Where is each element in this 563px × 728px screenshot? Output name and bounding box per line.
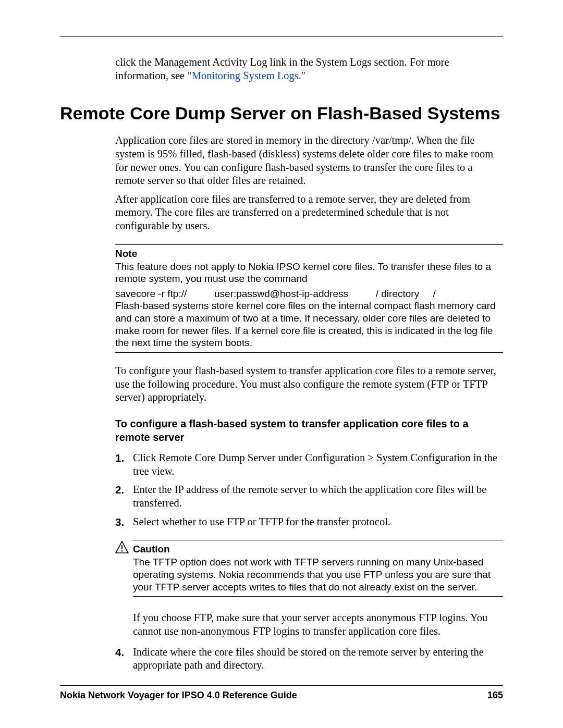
caution-content: Caution The TFTP option does not work wi…	[133, 540, 503, 600]
step-4: 4. Indicate where the core files should …	[115, 646, 503, 672]
caution-block: Caution The TFTP option does not work wi…	[115, 540, 503, 600]
step-2: 2. Enter the IP address of the remote se…	[115, 483, 503, 510]
paragraph-1: Application core files are stored in mem…	[115, 134, 503, 188]
step-3: 3. Select whether to use FTP or TFTP for…	[115, 515, 503, 529]
caution-bottom-rule	[133, 596, 503, 597]
section-heading: Remote Core Dump Server on Flash-Based S…	[60, 103, 503, 124]
step-number: 2.	[115, 483, 133, 510]
footer-title: Nokia Network Voyager for IPSO 4.0 Refer…	[60, 690, 297, 701]
caution-top-rule	[133, 540, 503, 540]
step-text: Select whether to use FTP or TFTP for th…	[133, 515, 390, 529]
note-top-rule	[115, 244, 503, 245]
intro-paragraph: click the Management Activity Log link i…	[115, 56, 503, 82]
page-footer: Nokia Network Voyager for IPSO 4.0 Refer…	[60, 685, 503, 701]
note-body-1: This feature does not apply to Nokia IPS…	[115, 261, 503, 286]
caution-body: The TFTP option does not work with TFTP …	[133, 556, 503, 593]
section-body: Application core files are stored in mem…	[115, 134, 503, 672]
note-label: Note	[115, 248, 503, 260]
paragraph-2: After application core files are transfe…	[115, 193, 503, 233]
footer-rule	[60, 685, 503, 686]
monitoring-logs-link[interactable]: "Monitoring System Logs."	[187, 70, 305, 81]
step-text: Click Remote Core Dump Server under Conf…	[133, 451, 503, 478]
note-command: savecore -r ftp:// user:passwd@host-ip-a…	[115, 288, 503, 300]
caution-icon	[115, 541, 129, 553]
note-body-2: Flash-based systems store kernel core fi…	[115, 300, 503, 349]
note-bottom-rule	[115, 352, 503, 353]
footer-row: Nokia Network Voyager for IPSO 4.0 Refer…	[60, 690, 503, 701]
procedure-heading: To configure a flash-based system to tra…	[115, 417, 503, 444]
step-1: 1. Click Remote Core Dump Server under C…	[115, 451, 503, 478]
step-text: Enter the IP address of the remote serve…	[133, 483, 503, 510]
intro-block: click the Management Activity Log link i…	[115, 56, 503, 82]
footer-page-number: 165	[487, 690, 503, 701]
note-block: Note This feature does not apply to Noki…	[115, 244, 503, 353]
step-text: Indicate where the core files should be …	[133, 646, 503, 672]
after-caution-paragraph: If you choose FTP, make sure that your s…	[133, 611, 503, 638]
step-number: 3.	[115, 515, 133, 529]
svg-point-2	[121, 550, 123, 552]
caution-icon-column	[115, 540, 133, 600]
paragraph-3: To configure your flash-based system to …	[115, 364, 503, 404]
step-number: 4.	[115, 646, 133, 672]
caution-label: Caution	[133, 544, 503, 555]
header-rule	[60, 36, 503, 37]
page: click the Management Activity Log link i…	[0, 0, 563, 728]
step-number: 1.	[115, 451, 133, 478]
